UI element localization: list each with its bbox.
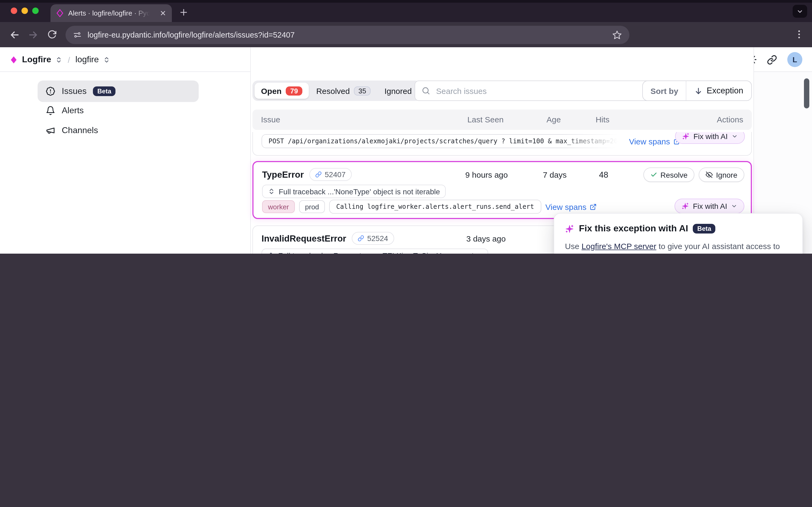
table-row-typeerror[interactable]: TypeError 52407 9 hours ago 7 days 48 Re… bbox=[253, 161, 752, 219]
logfire-app: Logfire / logfire Live Dashboards Evalsb… bbox=[0, 47, 812, 253]
search-icon bbox=[422, 87, 430, 95]
search-input[interactable] bbox=[435, 86, 647, 96]
browser-tab[interactable]: Alerts · logfire/logfire · Pydant bbox=[51, 4, 172, 22]
fix-with-ai-button[interactable]: Fix with AI bbox=[674, 199, 744, 214]
sidebar-item-issues[interactable]: Issues Beta bbox=[38, 80, 199, 102]
close-tab-icon[interactable] bbox=[160, 10, 166, 17]
sort-value-dropdown[interactable]: Exception bbox=[686, 86, 751, 96]
sparkles-icon bbox=[565, 224, 574, 233]
chevrons-up-down-icon bbox=[267, 252, 274, 253]
forward-button[interactable] bbox=[28, 30, 39, 40]
eye-off-icon bbox=[706, 171, 713, 178]
table-header: Issue Last Seen Age Hits Actions bbox=[253, 110, 752, 130]
issue-id-link[interactable]: 52524 bbox=[351, 232, 394, 245]
minimize-window-button[interactable] bbox=[21, 7, 28, 14]
issue-id-link[interactable]: 52407 bbox=[309, 168, 351, 181]
tag-prod: prod bbox=[299, 200, 325, 213]
chevrons-up-down-icon bbox=[268, 188, 275, 195]
chevron-down-icon bbox=[731, 203, 737, 209]
popover-title: Fix this exception with AI bbox=[579, 223, 688, 234]
window-edge bbox=[0, 0, 812, 3]
popover-beta-badge: Beta bbox=[693, 224, 716, 233]
browser-toolbar: logfire-eu.pydantic.info/logfire/logfire… bbox=[0, 22, 812, 47]
view-spans-link[interactable]: View spans bbox=[545, 202, 597, 211]
fix-with-ai-popover: Fix this exception with AI Beta Use Logf… bbox=[554, 213, 803, 253]
column-last-seen: Last Seen bbox=[467, 115, 503, 124]
column-actions: Actions bbox=[717, 115, 743, 124]
span-code: Calling logfire_worker.alerts.alert_runs… bbox=[329, 200, 541, 214]
mcp-server-link[interactable]: Logfire's MCP server bbox=[582, 241, 656, 251]
browser-tab-strip: Alerts · logfire/logfire · Pydant bbox=[0, 0, 812, 22]
last-seen-value: 3 days ago bbox=[467, 234, 506, 243]
window-controls[interactable] bbox=[11, 7, 39, 14]
sparkles-icon bbox=[682, 203, 689, 210]
column-issue: Issue bbox=[261, 115, 280, 124]
filter-resolved[interactable]: Resolved 35 bbox=[310, 86, 377, 95]
sort-by-label: Sort by bbox=[643, 81, 686, 100]
breadcrumb: Logfire / logfire bbox=[10, 47, 110, 72]
ignore-button[interactable]: Ignore bbox=[699, 167, 744, 182]
check-icon bbox=[650, 171, 657, 178]
last-seen-value: 9 hours ago bbox=[465, 170, 508, 179]
scrollbar-thumb[interactable] bbox=[804, 78, 809, 108]
sort-control: Sort by Exception bbox=[642, 80, 752, 101]
chevron-down-icon bbox=[797, 8, 803, 15]
chevron-down-icon bbox=[732, 133, 738, 139]
badge-alert-icon bbox=[46, 87, 55, 96]
url-bar[interactable]: logfire-eu.pydantic.info/logfire/logfire… bbox=[65, 26, 630, 44]
span-code: POST /api/organizations/alexmojaki/proje… bbox=[262, 134, 625, 148]
screen: Alerts · logfire/logfire · Pydant logfir… bbox=[0, 0, 812, 253]
site-settings-icon[interactable] bbox=[73, 31, 82, 39]
traceback-pill[interactable]: Full traceback ...Request req_oTELKiyyrT… bbox=[262, 248, 488, 253]
issues-beta-badge: Beta bbox=[93, 87, 116, 96]
bookmark-star-icon[interactable] bbox=[612, 30, 622, 40]
org-selector[interactable]: Logfire bbox=[22, 55, 51, 64]
close-window-button[interactable] bbox=[11, 7, 17, 14]
open-count-badge: 79 bbox=[286, 86, 302, 95]
sidebar-item-alerts[interactable]: Alerts bbox=[38, 101, 199, 120]
bell-icon bbox=[46, 106, 55, 115]
project-selector[interactable]: logfire bbox=[75, 55, 99, 64]
reload-button[interactable] bbox=[47, 30, 57, 39]
breadcrumb-separator: / bbox=[68, 55, 70, 64]
link-icon bbox=[358, 235, 364, 241]
new-tab-button[interactable] bbox=[179, 8, 188, 17]
resolved-count-badge: 35 bbox=[354, 86, 371, 95]
share-link-icon[interactable] bbox=[767, 54, 777, 65]
issue-type: TypeError bbox=[262, 169, 304, 179]
megaphone-icon bbox=[46, 126, 55, 135]
age-value: 7 days bbox=[543, 170, 566, 179]
table-row-partial[interactable]: POST /api/organizations/alexmojaki/proje… bbox=[253, 132, 752, 156]
sparkles-icon bbox=[682, 132, 690, 140]
logfire-logo-icon bbox=[10, 56, 18, 64]
external-link-icon bbox=[590, 203, 597, 210]
sidebar-item-channels[interactable]: Channels bbox=[38, 121, 199, 140]
column-age: Age bbox=[546, 115, 561, 124]
issue-type: InvalidRequestError bbox=[262, 233, 346, 243]
tag-worker: worker bbox=[262, 200, 295, 213]
browser-menu-icon[interactable] bbox=[794, 29, 805, 40]
traceback-pill[interactable]: Full traceback ...'NoneType' object is n… bbox=[262, 185, 446, 198]
tab-search-button[interactable] bbox=[793, 5, 807, 18]
chevrons-up-down-icon[interactable] bbox=[103, 56, 110, 63]
arrow-down-icon bbox=[694, 87, 702, 95]
search-box bbox=[415, 80, 654, 101]
fix-with-ai-button[interactable]: Fix with AI bbox=[675, 132, 745, 144]
tab-title: Alerts · logfire/logfire · Pydant bbox=[68, 9, 150, 17]
avatar[interactable]: L bbox=[787, 52, 802, 67]
chevrons-up-down-icon[interactable] bbox=[55, 56, 62, 63]
link-icon bbox=[315, 171, 321, 178]
filter-ignored[interactable]: Ignored bbox=[378, 86, 418, 95]
column-hits: Hits bbox=[596, 115, 609, 124]
resolve-button[interactable]: Resolve bbox=[643, 167, 694, 182]
filter-open[interactable]: Open 79 bbox=[255, 83, 309, 99]
url-text[interactable]: logfire-eu.pydantic.info/logfire/logfire… bbox=[88, 31, 606, 39]
view-spans-link[interactable]: View spans bbox=[629, 136, 680, 146]
hits-value: 48 bbox=[599, 170, 608, 180]
status-filter: Open 79 Resolved 35 Ignored bbox=[253, 80, 420, 101]
popover-description: Use Logfire's MCP server to give your AI… bbox=[565, 240, 797, 253]
maximize-window-button[interactable] bbox=[32, 7, 39, 14]
back-button[interactable] bbox=[9, 30, 20, 40]
